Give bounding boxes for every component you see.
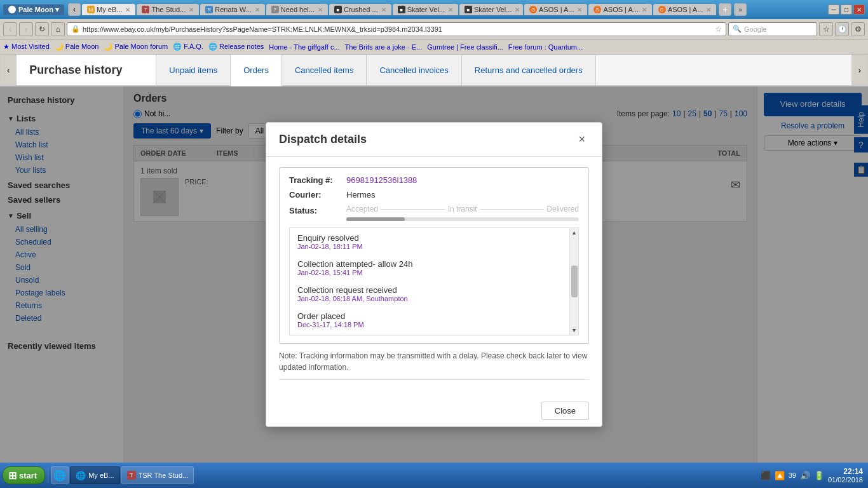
bookmark-gumtree[interactable]: Gumtree | Free classifi... xyxy=(427,43,503,51)
new-tab-btn[interactable]: + xyxy=(719,3,731,16)
tab-label-asos3: ASOS | A... xyxy=(668,6,703,13)
settings-btn[interactable]: ⚙ xyxy=(851,22,865,36)
scroll-thumb[interactable] xyxy=(571,266,578,297)
browser-tab-skater2[interactable]: ■ Skater Vel... ✕ xyxy=(459,4,523,15)
browser-tab-asos3[interactable]: ⊙ ASOS | A... ✕ xyxy=(653,4,716,15)
close-btn-window[interactable]: ✕ xyxy=(853,4,865,15)
modal-close-btn[interactable]: × xyxy=(574,132,589,147)
reload-btn[interactable]: ↻ xyxy=(35,22,49,36)
tab-label-skater1: Skater Vel... xyxy=(407,6,445,13)
tab-icon-crushed: ■ xyxy=(334,6,342,13)
tab-returns[interactable]: Returns and cancelled orders xyxy=(462,55,596,85)
bookmark-pale-moon-forum[interactable]: 🌙 Pale Moon forum xyxy=(104,43,168,51)
tracking-label: Tracking #: xyxy=(289,175,346,185)
tab-label-renata: Renata W... xyxy=(215,6,251,13)
scroll-down-arrow[interactable]: ▼ xyxy=(571,327,577,334)
taskbar-separator xyxy=(48,468,48,483)
bookmark-giffgaff[interactable]: Home - The giffgaff c... xyxy=(269,43,339,51)
lock-icon: 🔒 xyxy=(71,25,80,33)
tab-label-needhel: Need hel... xyxy=(281,6,315,13)
bookmark-faq[interactable]: 🌐 F.A.Q. xyxy=(173,43,203,51)
start-button[interactable]: ⊞ start xyxy=(3,466,45,484)
browser-tab-crushed[interactable]: ■ Crushed ... ✕ xyxy=(329,4,391,15)
tracking-events-list: Enquiry resolved Jan-02-18, 18:11 PM Col… xyxy=(290,228,578,335)
tab-label-stud: The Stud... xyxy=(151,6,186,13)
tab-close-skater1[interactable]: ✕ xyxy=(448,6,453,13)
tab-close-asos3[interactable]: ✕ xyxy=(706,6,711,13)
bookmark-most-visited[interactable]: ★ Most Visited xyxy=(3,43,50,51)
taskbar-item-tsr[interactable]: T TSR The Stud... xyxy=(121,466,194,484)
tab-close-skater2[interactable]: ✕ xyxy=(515,6,520,13)
tab-unpaid-items[interactable]: Unpaid items xyxy=(156,55,231,85)
bookmark-star-btn[interactable]: ☆ xyxy=(819,22,833,36)
address-bar[interactable]: 🔒 https://www.ebay.co.uk/myb/PurchaseHis… xyxy=(67,22,726,36)
tab-close-renata[interactable]: ✕ xyxy=(255,6,260,13)
page-nav-prev[interactable]: ‹ xyxy=(0,55,17,85)
taskbar-tsr-icon: T xyxy=(127,471,136,480)
courier-field: Courier: Hermes xyxy=(289,190,579,200)
taskbar-network-icon[interactable]: 🔼 xyxy=(775,471,785,480)
bookmark-release-notes[interactable]: 🌐 Release notes xyxy=(208,43,264,51)
modal-close-action-btn[interactable]: Close xyxy=(541,402,589,420)
maximize-btn[interactable]: □ xyxy=(841,4,852,15)
tab-cancelled-invoices[interactable]: Cancelled invoices xyxy=(367,55,461,85)
taskbar-internet-icon[interactable]: 🌐 xyxy=(51,466,69,484)
minimize-btn[interactable]: ─ xyxy=(828,4,839,15)
browser-tab-stud[interactable]: T The Stud... ✕ xyxy=(137,4,199,15)
tab-cancelled-items[interactable]: Cancelled items xyxy=(282,55,367,85)
courier-label: Courier: xyxy=(289,190,346,200)
main-layout: Purchase history ▼ Lists All lists Watch… xyxy=(0,86,868,463)
tracking-events-container: Enquiry resolved Jan-02-18, 18:11 PM Col… xyxy=(289,227,579,336)
taskbar-battery-icon[interactable]: 🔋 xyxy=(814,471,824,480)
bookmark-brits[interactable]: The Brits are a joke - E... xyxy=(345,43,423,51)
taskbar-show-desktop-icon[interactable]: ⬛ xyxy=(761,471,771,480)
search-placeholder: Google xyxy=(744,25,766,33)
tracking-event-4: Order placed Dec-31-17, 14:18 PM xyxy=(297,311,566,329)
page-title: Purchase history xyxy=(17,55,156,85)
tab-close-crushed[interactable]: ✕ xyxy=(381,6,386,13)
event-date-2: Jan-02-18, 15:41 PM xyxy=(297,269,566,276)
tab-close-asos1[interactable]: ✕ xyxy=(577,6,582,13)
browser-toolbar: ‹ › ↻ ⌂ 🔒 https://www.ebay.co.uk/myb/Pur… xyxy=(0,19,868,39)
bookmark-quantum[interactable]: Free forum : Quantum... xyxy=(508,43,583,51)
star-icon[interactable]: ☆ xyxy=(715,25,722,34)
bookmark-pale-moon[interactable]: 🌙 Pale Moon xyxy=(55,43,99,51)
home-btn[interactable]: ⌂ xyxy=(51,22,65,36)
taskbar-right: ⬛ 🔼 39 🔊 🔋 22:14 01/02/2018 xyxy=(761,467,865,484)
modal-footer: Close xyxy=(266,395,602,426)
browser-tab-asos1[interactable]: ⊙ ASOS | A... ✕ xyxy=(524,4,587,15)
search-bar[interactable]: 🔍 Google xyxy=(728,22,817,36)
tab-orders[interactable]: Orders xyxy=(231,55,282,86)
progress-bar-fill xyxy=(346,217,405,221)
status-line-1 xyxy=(381,209,445,210)
history-btn[interactable]: 🕐 xyxy=(835,22,849,36)
tab-close-myeb[interactable]: ✕ xyxy=(125,6,130,13)
browser-tab-renata[interactable]: R Renata W... ✕ xyxy=(200,4,264,15)
tab-back-btn[interactable]: ‹ xyxy=(68,3,81,16)
modal-overlay[interactable]: Dispatch details × Tracking #: 969819125… xyxy=(0,86,868,463)
browser-titlebar: Pale Moon ▾ ‹ M My eB... ✕ T The Stud...… xyxy=(0,0,868,19)
tab-close-stud[interactable]: ✕ xyxy=(189,6,194,13)
tracking-event-2: Collection attempted- allow 24h Jan-02-1… xyxy=(297,259,566,276)
status-step-transit: In transit xyxy=(448,205,477,214)
forward-btn[interactable]: › xyxy=(19,22,33,36)
event-date-4: Dec-31-17, 14:18 PM xyxy=(297,321,566,329)
tab-icon-needhel: ? xyxy=(271,6,279,13)
tab-more-btn[interactable]: » xyxy=(734,3,747,16)
browser-tab-myeb[interactable]: M My eB... ✕ xyxy=(82,4,135,15)
modal-body: Tracking #: 96981912536l1388 Courier: He… xyxy=(266,157,602,395)
browser-tab-needhel[interactable]: ? Need hel... ✕ xyxy=(266,4,328,15)
dispatch-info-box: Tracking #: 96981912536l1388 Courier: He… xyxy=(279,167,589,344)
taskbar-item-myeb[interactable]: 🌐 My eB... xyxy=(70,466,119,484)
taskbar-volume-icon[interactable]: 🔊 xyxy=(800,471,810,480)
browser-tab-asos2[interactable]: ⊙ ASOS | A... ✕ xyxy=(588,4,651,15)
browser-tab-skater1[interactable]: ■ Skater Vel... ✕ xyxy=(393,4,458,15)
tab-close-needhel[interactable]: ✕ xyxy=(318,6,323,13)
status-field: Status: Accepted In transit Delivered xyxy=(289,205,579,221)
page-nav-next[interactable]: › xyxy=(851,55,868,85)
back-btn[interactable]: ‹ xyxy=(3,22,17,36)
scrollbar-track: ▲ ▼ xyxy=(569,228,578,335)
scroll-up-arrow[interactable]: ▲ xyxy=(571,229,577,236)
taskbar-volume-num: 39 xyxy=(789,471,796,479)
tab-close-asos2[interactable]: ✕ xyxy=(642,6,647,13)
